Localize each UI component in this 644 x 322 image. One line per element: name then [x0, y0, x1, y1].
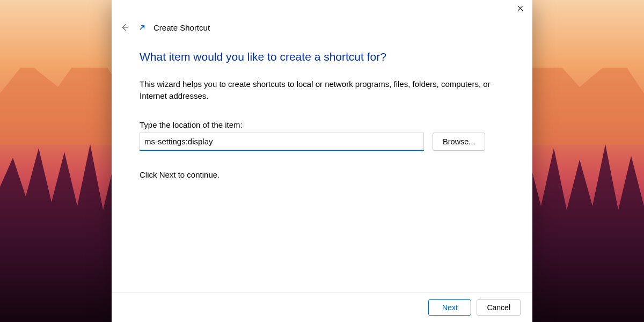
arrow-left-icon	[120, 23, 129, 32]
wizard-description: This wizard helps you to create shortcut…	[140, 78, 504, 102]
page-heading: What item would you like to create a sho…	[140, 50, 504, 63]
create-shortcut-dialog: Create Shortcut What item would you like…	[112, 0, 532, 322]
close-button[interactable]	[508, 0, 532, 16]
titlebar	[112, 0, 532, 16]
location-input[interactable]	[140, 133, 424, 151]
dialog-title: Create Shortcut	[153, 23, 210, 32]
back-button[interactable]	[118, 21, 131, 34]
browse-button[interactable]: Browse...	[433, 133, 485, 151]
continue-hint: Click Next to continue.	[140, 170, 504, 179]
dialog-footer: Next Cancel	[112, 292, 532, 322]
dialog-header: Create Shortcut	[112, 16, 532, 35]
cancel-button[interactable]: Cancel	[477, 299, 521, 316]
close-icon	[517, 5, 523, 11]
location-row: Browse...	[140, 133, 504, 151]
location-label: Type the location of the item:	[140, 120, 504, 129]
dialog-content: What item would you like to create a sho…	[112, 35, 532, 292]
shortcut-icon	[138, 24, 146, 31]
next-button[interactable]: Next	[428, 299, 471, 316]
